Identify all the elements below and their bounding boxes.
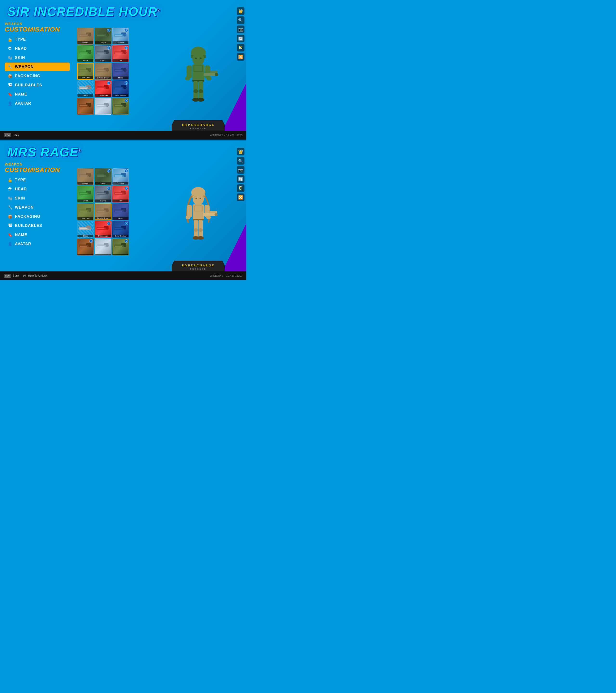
weapon-cell-chromenum-2[interactable]: i Chromenum [95, 221, 112, 238]
menu-buildables-2[interactable]: 🏗 BUILDABLES [5, 221, 70, 230]
weapon-cell-freedom-1[interactable]: i Freedom [112, 28, 129, 44]
weapon-cell-solar-scales-1[interactable]: i Solar Scales [112, 80, 129, 97]
weapon-cell-img-mobo-2 [113, 204, 128, 217]
right-icon-search[interactable]: 🔍 [237, 16, 244, 24]
info-icon-erik-1[interactable]: i [125, 46, 128, 50]
right-icon-crown[interactable]: 👑 [237, 7, 244, 15]
weapon-cell-freedom-2[interactable]: i Freedom [112, 168, 129, 185]
svg-rect-26 [80, 70, 87, 72]
menu-skin-2[interactable]: 🧤 SKIN [5, 194, 70, 203]
weapon-cell-busted-2[interactable]: Busted [77, 168, 94, 185]
weapon-cell-r4a-2[interactable]: i [77, 238, 94, 255]
menu-avatar-icon-2: 👤 [8, 242, 13, 246]
info-icon-trooper-2[interactable]: i [107, 169, 111, 173]
weapon-cell-essex-2[interactable]: i Essex [95, 186, 112, 203]
weapon-cell-r4b-1[interactable] [95, 98, 112, 115]
info-icon-erik-2[interactable]: i [125, 187, 128, 190]
info-icon-r4c-1[interactable]: i [125, 99, 128, 102]
weapon-cell-r4c-1[interactable]: i [112, 98, 129, 115]
svg-rect-149 [195, 198, 197, 199]
right-icon-image-2[interactable]: 🖼 [237, 184, 244, 192]
weapon-cell-olive-drab-1[interactable]: Olive Drab [77, 63, 94, 80]
weapon-cell-mobo-1[interactable]: Mobo [112, 63, 129, 80]
right-icon-refresh[interactable]: 🔄 [237, 35, 244, 42]
info-icon-trooper-1[interactable]: i [107, 28, 111, 32]
menu-head-2[interactable]: ⛑ HEAD [5, 185, 70, 194]
weapon-cell-trooper-2[interactable]: i Trooper [95, 168, 112, 185]
menu-packaging-label-1: PACKAGING [15, 74, 40, 78]
weapon-grid-container-1[interactable]: Busted i Trooper i [77, 28, 132, 124]
customisation-label-2: WEAPON CUSTOMISATION [5, 162, 70, 174]
menu-weapon-1[interactable]: 🔧 WEAPON [5, 63, 70, 71]
weapon-img-olive-drab-2 [78, 204, 93, 217]
svg-point-47 [123, 86, 126, 89]
menu-packaging-1[interactable]: 📦 PACKAGING [5, 72, 70, 80]
how-to-unlock-button[interactable]: 🎮 How To Unlock [23, 274, 47, 277]
weapon-cell-r4b-2[interactable] [95, 238, 112, 255]
svg-rect-50 [80, 105, 87, 106]
weapon-cell-r4c-2[interactable]: i [112, 238, 129, 255]
right-icon-shuffle-2[interactable]: 🔀 [237, 194, 244, 201]
weapon-cell-solar-scales-2[interactable]: i Solar Scales [112, 221, 129, 238]
svg-rect-63 [195, 58, 197, 58]
right-icon-image[interactable]: 🖼 [237, 44, 244, 52]
weapon-cell-chromenum-1[interactable]: i Chromenum [95, 80, 112, 97]
bottom-bar-2: ESC Back 🎮 How To Unlock WINDOWS - 0.2.4… [0, 272, 246, 280]
svg-point-23 [123, 51, 126, 54]
info-icon-solar-scales-1[interactable]: i [125, 81, 128, 85]
weapon-cell-disco-2[interactable]: Disco [77, 221, 94, 238]
weapon-cell-label-solar-scales-1: Solar Scales [113, 94, 128, 97]
menu-packaging-2[interactable]: 📦 PACKAGING [5, 212, 70, 221]
menu-name-2[interactable]: 🔖 NAME [5, 231, 70, 239]
back-button-2[interactable]: ESC Back [4, 274, 19, 278]
menu-head-1[interactable]: ⛑ HEAD [5, 44, 70, 53]
right-icon-camera[interactable]: 📷 [237, 25, 244, 33]
weapon-cell-olive-drab-2[interactable]: Olive Drab [77, 203, 94, 220]
weapon-cell-trooper-1[interactable]: i Trooper [95, 28, 112, 44]
menu-skin-1[interactable]: 🧤 SKIN [5, 54, 70, 62]
menu-type-2[interactable]: 🔒 TYPE [5, 176, 70, 184]
weapon-cell-r4a-1[interactable] [77, 98, 94, 115]
svg-point-7 [106, 34, 109, 36]
right-icon-search-2[interactable]: 🔍 [237, 157, 244, 164]
info-icon-chromenum-1[interactable]: i [107, 81, 111, 85]
svg-point-39 [88, 86, 91, 89]
weapon-cell-img-mobo-1 [113, 63, 128, 77]
weapon-cell-label-disco-1: Disco [78, 94, 93, 97]
right-icon-camera-2[interactable]: 📷 [237, 166, 244, 174]
info-icon-solar-scales-2[interactable]: i [125, 222, 128, 225]
menu-type-1[interactable]: 🔒 TYPE [5, 35, 70, 44]
info-icon-r4a-2[interactable]: i [90, 239, 93, 243]
svg-point-89 [88, 174, 91, 177]
svg-rect-120 [115, 211, 122, 212]
weapon-cell-coyote-brown-2[interactable]: Coyote Brown [95, 203, 112, 220]
menu-name-1[interactable]: 🔖 NAME [5, 90, 70, 99]
info-icon-essex-1[interactable]: i [107, 46, 111, 50]
menu-buildables-label-2: BUILDABLES [15, 223, 42, 228]
right-icon-refresh-2[interactable]: 🔄 [237, 175, 244, 183]
base-svg-2: HYPERCHARGE UNBOXED [172, 258, 225, 272]
weapon-cell-victor-1[interactable]: Victor [77, 45, 94, 62]
info-icon-freedom-2[interactable]: i [125, 169, 128, 173]
weapon-cell-coyote-brown-1[interactable]: Coyote Brown [95, 63, 112, 80]
back-button-1[interactable]: ESC Back [4, 133, 19, 137]
info-icon-chromenum-2[interactable]: i [107, 222, 111, 225]
menu-avatar-1[interactable]: 👤 AVATAR [5, 99, 70, 108]
right-icon-shuffle[interactable]: 🔀 [237, 53, 244, 61]
weapon-cell-busted-1[interactable]: Busted [77, 28, 94, 44]
weapon-cell-victor-2[interactable]: Victor [77, 186, 94, 203]
info-icon-essex-2[interactable]: i [107, 187, 111, 190]
menu-avatar-2[interactable]: 👤 AVATAR [5, 240, 70, 248]
menu-buildables-1[interactable]: 🏗 BUILDABLES [5, 81, 70, 90]
weapon-cell-mobo-2[interactable]: Mobo [112, 203, 129, 220]
info-icon-r4c-2[interactable]: i [125, 239, 128, 243]
weapon-grid-container-2[interactable]: Busted i Trooper i [77, 168, 132, 264]
weapon-cell-essex-1[interactable]: i Essex [95, 45, 112, 62]
weapon-cell-erik-1[interactable]: i Erik [112, 45, 129, 62]
weapon-cell-erik-2[interactable]: i Erik [112, 186, 129, 203]
menu-weapon-2[interactable]: 🔧 WEAPON [5, 203, 70, 212]
right-icon-crown-2[interactable]: 👑 [237, 148, 244, 155]
info-icon-freedom-1[interactable]: i [125, 28, 128, 32]
weapon-cell-img-olive-drab-1 [78, 63, 93, 77]
weapon-cell-disco-1[interactable]: Disco [77, 80, 94, 97]
